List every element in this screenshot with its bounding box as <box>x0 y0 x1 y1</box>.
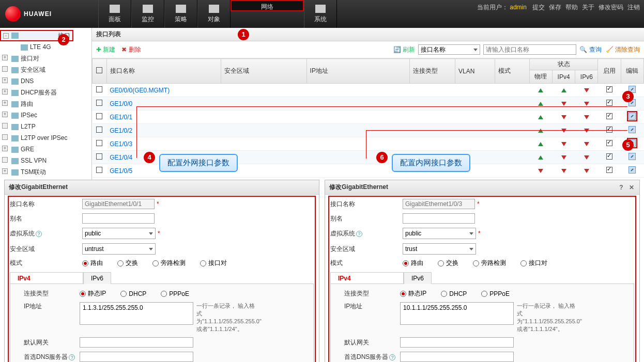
interface-link[interactable]: GE0/0/0(GE0.MGMT) <box>110 87 170 94</box>
row-checkbox[interactable] <box>96 113 102 119</box>
mode-radio[interactable]: 接口对 <box>520 259 547 267</box>
edit-icon[interactable] <box>628 126 636 133</box>
tree-expand-icon[interactable]: + <box>2 146 8 151</box>
gw-input[interactable] <box>80 337 193 348</box>
tree-expand-icon[interactable]: + <box>2 168 8 174</box>
conn-radio[interactable]: DHCP <box>120 290 146 297</box>
row-checkbox[interactable] <box>96 167 102 173</box>
delete-button[interactable]: ✖ 删除 <box>121 45 141 54</box>
nav-tab-0[interactable]: 面板 <box>98 0 131 28</box>
mode-radio[interactable]: 旁路检测 <box>152 259 186 267</box>
vsys-select[interactable]: public <box>403 228 476 239</box>
nav-tab-2[interactable]: 策略 <box>164 0 197 28</box>
nav-tab-5[interactable]: 系统 <box>304 0 337 28</box>
tree-expand-icon[interactable]: - <box>3 33 9 39</box>
userbar-link[interactable]: 关于 <box>582 4 594 11</box>
new-button[interactable]: ✚ 新建 <box>96 45 115 54</box>
tree-expand-icon[interactable]: + <box>2 100 8 106</box>
tree-expand-icon[interactable]: + <box>2 77 8 83</box>
row-checkbox[interactable] <box>96 86 102 92</box>
userbar-link[interactable]: 修改密码 <box>599 4 623 11</box>
close-icon[interactable]: ✕ <box>628 184 635 191</box>
tree-item-1[interactable]: LTE 4G <box>0 41 91 53</box>
conn-radio[interactable]: PPPoE <box>481 290 510 297</box>
interface-link[interactable]: GE1/0/0 <box>110 100 132 107</box>
row-checkbox[interactable] <box>96 153 102 160</box>
tree-item-12[interactable]: +TSM联动 <box>0 166 91 178</box>
enable-checkbox[interactable] <box>606 100 612 106</box>
alias-input[interactable] <box>403 213 475 224</box>
nav-tab-1[interactable]: 监控 <box>131 0 164 28</box>
filter-field-select[interactable]: 接口名称 <box>418 44 480 55</box>
refresh-button[interactable]: 🔄 刷新 <box>393 45 415 54</box>
userbar-link[interactable]: 帮助 <box>565 4 578 11</box>
interface-link[interactable]: GE1/0/5 <box>110 167 132 175</box>
row-checkbox[interactable] <box>96 127 102 133</box>
tree-item-10[interactable]: +GRE <box>0 144 91 155</box>
nav-tab-3[interactable]: 对象 <box>197 0 231 28</box>
tab-ipv4[interactable]: IPv4 <box>10 272 83 284</box>
interface-link[interactable]: GE1/0/3 <box>110 140 132 148</box>
mode-radio[interactable]: 路由 <box>82 259 103 267</box>
conn-radio[interactable]: DHCP <box>441 290 467 297</box>
tree-item-4[interactable]: +DNS <box>0 75 91 87</box>
clear-search-button[interactable]: 🧹 清除查询 <box>606 45 640 54</box>
tree-item-5[interactable]: +DHCP服务器 <box>0 87 91 98</box>
tree-expand-icon[interactable]: + <box>2 89 8 95</box>
tab-ipv6[interactable]: IPv6 <box>83 272 111 284</box>
tree-expand-icon[interactable] <box>2 157 8 163</box>
interface-link[interactable]: GE1/0/4 <box>110 154 132 161</box>
tree-expand-icon[interactable] <box>2 134 8 140</box>
dns1-input[interactable] <box>400 352 514 362</box>
tree-item-11[interactable]: SSL VPN <box>0 155 91 166</box>
enable-checkbox[interactable] <box>606 153 612 160</box>
mode-radio[interactable]: 路由 <box>403 259 423 267</box>
tree-item-9[interactable]: L2TP over IPSec <box>0 132 91 144</box>
tree-expand-icon[interactable]: + <box>2 112 8 117</box>
row-checkbox[interactable] <box>96 100 102 106</box>
interface-link[interactable]: GE1/0/2 <box>110 127 132 134</box>
tree-item-3[interactable]: 安全区域 <box>0 64 91 75</box>
conn-radio[interactable]: 静态IP <box>80 289 106 298</box>
tree-item-2[interactable]: +接口对 <box>0 53 91 64</box>
userbar-link[interactable]: 注销 <box>627 4 640 11</box>
tree-item-6[interactable]: +路由 <box>0 98 91 109</box>
filter-input[interactable] <box>483 44 576 55</box>
zone-select[interactable]: untrust <box>82 243 156 255</box>
mode-radio[interactable]: 交换 <box>438 259 458 267</box>
search-button[interactable]: 🔍 查询 <box>579 45 601 54</box>
edit-icon[interactable] <box>628 113 636 120</box>
vsys-select[interactable]: public <box>82 228 156 239</box>
help-icon[interactable]: ? <box>618 184 625 191</box>
dns1-input[interactable] <box>80 352 193 362</box>
gw-input[interactable] <box>400 337 514 348</box>
conn-radio[interactable]: 静态IP <box>400 289 426 298</box>
help-icon[interactable]: ? <box>69 354 75 360</box>
enable-checkbox[interactable] <box>606 140 612 146</box>
tab-ipv4[interactable]: IPv4 <box>330 272 404 284</box>
tree-expand-icon[interactable] <box>2 123 8 129</box>
ip-textarea[interactable]: 10.1.1.1/255.255.255.0 <box>400 302 514 325</box>
ip-textarea[interactable]: 1.1.3.1/255.255.255.0 <box>80 302 193 325</box>
help-icon[interactable]: ? <box>389 354 395 360</box>
edit-icon[interactable] <box>628 153 636 160</box>
tree-item-8[interactable]: L2TP <box>0 121 91 132</box>
tree-item-7[interactable]: +IPSec <box>0 109 91 121</box>
help-icon[interactable]: ? <box>36 231 42 237</box>
userbar-link[interactable]: 提交 <box>532 4 545 11</box>
userbar-link[interactable]: 保存 <box>549 4 561 11</box>
enable-checkbox[interactable] <box>606 127 612 133</box>
enable-checkbox[interactable] <box>606 113 612 119</box>
select-all-checkbox[interactable] <box>96 67 102 73</box>
mode-radio[interactable]: 交换 <box>117 259 138 267</box>
tree-expand-icon[interactable]: + <box>2 55 8 60</box>
nav-tab-4[interactable]: 网络 <box>231 0 304 11</box>
row-checkbox[interactable] <box>96 140 102 146</box>
conn-radio[interactable]: PPPoE <box>161 290 189 297</box>
help-icon[interactable]: ? <box>356 231 362 237</box>
mode-radio[interactable]: 接口对 <box>200 259 227 267</box>
interface-link[interactable]: GE1/0/1 <box>110 114 132 121</box>
edit-icon[interactable] <box>628 166 636 174</box>
tree-expand-icon[interactable] <box>2 66 8 72</box>
mode-radio[interactable]: 旁路检测 <box>473 259 506 267</box>
